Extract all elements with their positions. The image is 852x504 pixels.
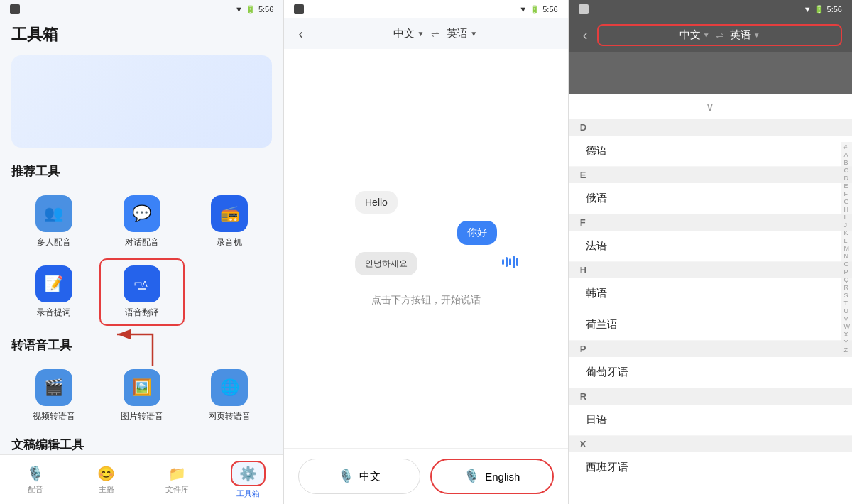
alpha-O[interactable]: O [843,261,850,268]
tool-voice-translate[interactable]: 中 A 语音翻译 [99,258,185,326]
wave-2 [506,257,508,267]
translator-footer: 🎙️ 中文 🎙️ English [284,448,567,504]
video-speech-icon: 🎬 [36,369,72,406]
lang-item-ko[interactable]: 韩语 [569,278,852,309]
lang-item-de[interactable]: 德语 [569,136,852,167]
alpha-V[interactable]: V [843,315,850,322]
p3-target-lang-label: 英语 [730,28,751,42]
tool-web-speech[interactable]: 🌐 网页转语音 [187,362,273,429]
alpha-M[interactable]: M [843,245,850,252]
toolbox-highlight: ⚙️ [231,461,266,486]
group-D: D 德语 [569,119,852,167]
alpha-D[interactable]: D [843,175,850,182]
section-recommend-title: 推荐工具 [0,155,283,185]
group-H: H 韩语 荷兰语 [569,262,852,341]
alpha-A[interactable]: A [843,151,850,158]
back-button-2[interactable]: ‹ [294,24,307,43]
alpha-S[interactable]: S [843,292,850,299]
dialogue-dubbing-icon: 💬 [124,195,160,232]
alpha-Y[interactable]: Y [843,339,850,346]
alpha-U[interactable]: U [843,307,850,314]
english-btn-label: English [485,471,520,483]
anchor-nav-icon: 😊 [97,465,115,482]
p3-swap-icon[interactable]: ⇌ [716,30,724,41]
dialogue-dubbing-label: 对话配音 [125,236,159,248]
chevron-down-icon: ∨ [569,94,852,119]
alpha-W[interactable]: W [843,323,850,330]
time-1: 5:56 [258,5,273,13]
files-nav-label: 文件库 [165,484,189,495]
lang-item-nl[interactable]: 荷兰语 [569,309,852,341]
panel3-header: ‹ 中文 ▼ ⇌ 英语 ▼ [569,18,852,52]
nav-dubbing[interactable]: 🎙️ 配音 [0,455,71,504]
alpha-E[interactable]: E [843,182,850,190]
alpha-P[interactable]: P [843,268,850,275]
video-speech-label: 视频转语音 [33,410,75,422]
tool-image-speech[interactable]: 🖼️ 图片转语音 [99,362,185,429]
chinese-voice-btn[interactable]: 🎙️ 中文 [298,459,420,494]
alpha-B[interactable]: B [843,159,850,166]
voice-translate-icon: 中 A [124,265,160,302]
nav-files[interactable]: 📁 文件库 [142,455,213,504]
search-area [569,52,852,94]
alpha-I[interactable]: I [843,214,850,221]
group-header-F: F [569,214,852,231]
sound-waves [502,256,518,268]
english-voice-btn[interactable]: 🎙️ English [430,459,554,494]
sb-right-3: ▼ 🔋 5:56 [804,5,842,14]
alpha-F[interactable]: F [843,190,850,197]
p3-target-lang-btn[interactable]: 英语 ▼ [730,28,760,42]
tool-multi-dubbing[interactable]: 👥 多人配音 [11,188,97,256]
target-lang-label: 英语 [447,27,468,40]
alpha-hash[interactable]: # [843,143,850,150]
group-E: E 俄语 [569,167,852,214]
alpha-K[interactable]: K [843,229,850,236]
p3-target-lang-arrow: ▼ [753,31,760,39]
lang-item-ru[interactable]: 俄语 [569,183,852,214]
target-lang-arrow: ▼ [470,30,477,38]
p3-source-lang-label: 中文 [679,28,701,42]
alpha-H[interactable]: H [843,206,850,213]
lang-selector: 中文 ▼ ⇌ 英语 ▼ [313,27,558,40]
translator-header: ‹ 中文 ▼ ⇌ 英语 ▼ [284,18,567,49]
anchor-nav-label: 主播 [99,484,114,495]
tool-recorder[interactable]: 📻 录音机 [187,188,273,256]
lang-item-pt[interactable]: 葡萄牙语 [569,357,852,388]
tool-dialogue-dubbing[interactable]: 💬 对话配音 [99,188,185,256]
instruction-text: 点击下方按钮，开始说话 [371,294,481,307]
translator-content: Hello 你好 안녕하세요 点击下方按钮，开始说话 [284,49,567,448]
lang-item-ja[interactable]: 日语 [569,405,852,436]
nav-anchor[interactable]: 😊 主播 [71,455,142,504]
tool-voice-prompt[interactable]: 📝 录音提词 [11,258,97,326]
source-lang-arrow: ▼ [417,30,424,38]
group-header-D: D [569,119,852,136]
p3-source-lang-btn[interactable]: 中文 ▼ [679,28,710,42]
alpha-J[interactable]: J [843,221,850,229]
alpha-N[interactable]: N [843,253,850,260]
group-header-R: R [569,388,852,405]
multi-dubbing-label: 多人配音 [37,236,71,248]
group-header-H: H [569,262,852,278]
sb-left-3 [579,4,589,14]
alpha-Z[interactable]: Z [843,346,850,354]
alpha-Q[interactable]: Q [843,276,850,283]
alpha-T[interactable]: T [843,300,850,307]
lang-item-fr[interactable]: 法语 [569,231,852,262]
swap-icon[interactable]: ⇌ [431,28,439,40]
tool-video-speech[interactable]: 🎬 视频转语音 [11,362,97,429]
source-lang-btn[interactable]: 中文 ▼ [393,27,424,40]
bubble-hello: Hello [355,191,398,214]
back-button-3[interactable]: ‹ [579,26,592,45]
group-R: R 日语 [569,388,852,436]
target-lang-btn[interactable]: 英语 ▼ [447,27,477,40]
alpha-X[interactable]: X [843,331,850,338]
alpha-G[interactable]: G [843,198,850,205]
convert-tools-grid: 🎬 视频转语音 🖼️ 图片转语音 🌐 网页转语音 [0,359,283,432]
alpha-L[interactable]: L [843,237,850,244]
wave-5 [516,258,518,266]
wifi-icon-2: ▼ [519,5,527,13]
alpha-C[interactable]: C [843,167,850,174]
nav-toolbox[interactable]: ⚙️ 工具箱 [212,455,283,504]
alpha-R[interactable]: R [843,284,850,291]
lang-item-es[interactable]: 西班牙语 [569,452,852,483]
